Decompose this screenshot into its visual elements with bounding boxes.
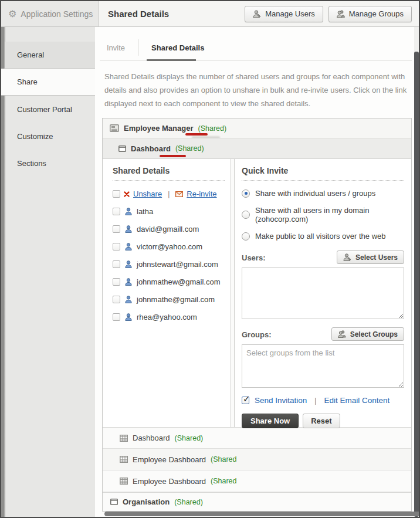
tab-separator [138,39,138,56]
component-row-dashboard[interactable]: Dashboard (Shared) [103,138,411,159]
radio-individual-users[interactable] [242,189,250,198]
description-text: Shared Details displays the number of sh… [104,70,412,110]
component-name: Employee Dashboard [133,455,206,464]
users-textarea[interactable] [242,268,404,319]
shared-user-row: johnmathe@gmail.com [113,295,225,304]
component-row-employee-dashboard-1[interactable]: Employee Dashboard (Shared [103,449,411,470]
user-icon [125,225,132,233]
grid-icon [120,456,128,463]
share-option-row: Share with individual users / groups [242,189,404,198]
shared-link[interactable]: (Shared) [175,434,204,442]
gear-icon: ⚙ [8,9,16,19]
reset-button[interactable]: Reset [303,414,340,428]
component-name: Employee Dashboard [133,477,206,486]
user-checkbox[interactable] [113,296,120,303]
component-name: Dashboard [131,144,171,153]
horizontal-scrollbar-thumb[interactable] [104,512,419,516]
sidebar-item-general[interactable]: General [5,42,95,69]
user-icon [125,296,132,303]
red-underline-annotation [160,155,186,157]
manage-users-button[interactable]: Manage Users [245,6,323,22]
share-now-button[interactable]: Share Now [242,414,299,428]
share-option-row: Share with all users in my domain (zohoc… [242,206,404,224]
edit-email-content-link[interactable]: Edit Email Content [324,396,389,405]
grid-icon [120,435,128,442]
select-users-button[interactable]: Select Users [337,250,404,264]
user-checkbox[interactable] [113,313,120,321]
vertical-scrollbar-thumb[interactable] [414,52,419,517]
shared-link[interactable]: (Shared [211,477,236,485]
share-option-row: Make public to all visitors over the web [242,232,404,241]
bulk-action-row: Unshare | Re-invite [113,189,225,198]
radio-all-domain-users[interactable] [242,211,250,219]
check-icon: ✓ [243,394,250,404]
select-groups-label: Select Groups [350,330,398,338]
manage-groups-button[interactable]: Manage Groups [328,6,412,22]
shared-link[interactable]: (Shared) [198,124,227,133]
user-icon [125,208,132,215]
users-field-header: Users: Select Users [242,250,404,264]
shared-details-panel: Shared Details Unshare | Re-invite [103,159,231,427]
unshare-link[interactable]: Unshare [133,189,162,198]
shared-link[interactable]: (Shared [211,455,236,463]
quick-invite-title: Quick Invite [242,166,404,175]
tab-shared-details[interactable]: Shared Details [151,43,204,52]
mail-icon [175,191,183,197]
component-row-employee-dashboard-2[interactable]: Employee Dashboard (Shared [103,470,411,492]
radio-make-public[interactable] [242,232,250,241]
red-underline-annotation [185,133,208,136]
radio-label: Share with all users in my domain (zohoc… [255,206,404,224]
users-group-gray-icon [337,10,345,18]
dotted-divider [113,180,225,181]
user-name: johnmathew@gmail.com [137,277,221,286]
window-icon [110,499,118,505]
sidebar-item-label: Sections [17,159,46,168]
tab-invite[interactable]: Invite [107,43,125,52]
component-name: Organisation [123,497,170,506]
shared-user-row: johnmathew@gmail.com [113,277,225,286]
shared-user-row: johnstewart@gmail.com [113,260,225,269]
component-row-dashboard-2[interactable]: Dashboard (Shared) [103,427,411,449]
user-checkbox[interactable] [113,278,120,286]
tab-bar: Invite Shared Details [100,41,412,54]
application-icon [110,124,119,132]
groups-field-header: Groups: Select Groups [242,327,404,341]
manage-users-label: Manage Users [265,9,315,18]
select-groups-button[interactable]: Select Groups [331,327,404,341]
user-name: johnstewart@gmail.com [137,260,218,269]
component-name: Employee Manager [124,124,194,133]
sidebar-item-share[interactable]: Share [1,69,95,96]
page-title: Shared Details [108,9,169,19]
active-tab-indicator [147,59,196,61]
send-invitation-checkbox[interactable]: ✓ [242,397,249,404]
header: ⚙ Application Settings Shared Details Ma… [1,1,419,27]
sidebar-item-customer-portal[interactable]: Customer Portal [5,96,95,123]
component-row-organisation[interactable]: Organisation (Shared) [103,492,411,511]
shared-link[interactable]: (Shared) [174,498,203,506]
dotted-divider [242,180,404,181]
user-checkbox[interactable] [113,243,120,250]
shared-user-row: latha [113,207,225,216]
header-buttons: Manage Users Manage Groups [245,6,412,22]
user-gray-icon [343,253,351,261]
user-name: victorr@yahoo.com [137,242,202,251]
users-label: Users: [242,253,265,264]
user-checkbox[interactable] [113,225,120,233]
sidebar-item-customize[interactable]: Customize [5,123,95,150]
user-checkbox[interactable] [113,208,120,215]
select-all-checkbox[interactable] [113,190,120,198]
action-buttons-row: Share Now Reset [242,414,404,428]
shared-link[interactable]: (Shared) [175,144,204,153]
user-checkbox[interactable] [113,260,120,268]
groups-textarea[interactable] [242,344,404,388]
shared-details-title: Shared Details [113,166,225,175]
reinvite-link[interactable]: Re-invite [187,189,216,198]
component-row-employee-manager[interactable]: Employee Manager (Shared) [103,119,411,138]
pipe-separator: | [168,190,170,198]
components-panel: Employee Manager (Shared) Dashboard (Sha… [102,118,412,512]
manage-groups-label: Manage Groups [349,9,404,18]
tab-underline [100,54,412,62]
unshare-x-icon [124,191,130,197]
sidebar-item-sections[interactable]: Sections [5,150,95,177]
quick-invite-panel: Quick Invite Share with individual users… [234,159,411,427]
